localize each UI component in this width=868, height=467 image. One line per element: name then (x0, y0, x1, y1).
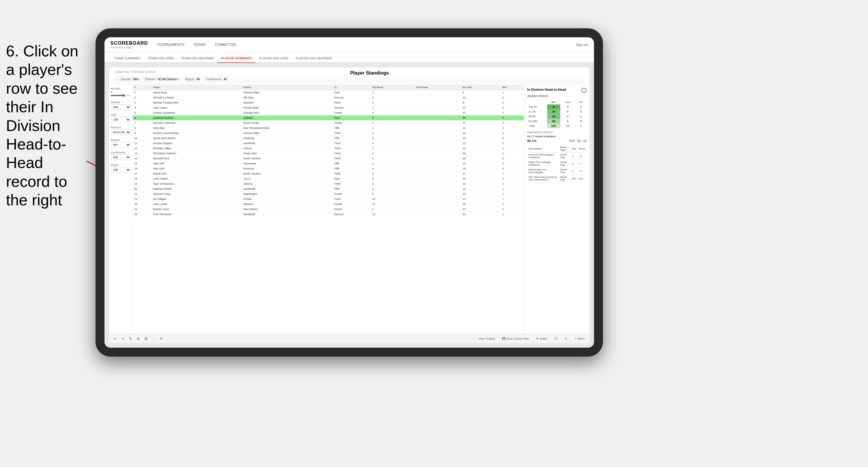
cell-reg-rank: 10 (371, 197, 414, 202)
col-conf-rank: Conf Rank (414, 85, 461, 90)
conference-select[interactable]: (All) (111, 155, 131, 160)
table-row[interactable]: 23 Jack Lundin Missouri Fourth 11 24 1 (133, 202, 524, 207)
paste-button[interactable]: ⊞ (143, 336, 149, 342)
logo-subtitle: Powered by clippi (111, 46, 148, 49)
table-row[interactable]: 21 Taehoon Song Washington Fourth 6 23 1 (133, 192, 524, 197)
tournament-table: Tournament Event Type Pos Score Amer Am … (527, 145, 587, 182)
table-row[interactable]: 14 Maxwell Ford North Carolina Third 3 2… (133, 156, 524, 161)
nav-tournaments[interactable]: TOURNAMENTS (157, 41, 184, 48)
year-select[interactable]: (All) (111, 117, 131, 122)
division-select[interactable]: NCAA Division I (111, 129, 131, 135)
opponents-label: Opponents in division: (527, 131, 554, 134)
table-row[interactable]: 4 Luke Claton Florida State Second 1 27 … (133, 105, 524, 111)
cell-no-rds: 26 (461, 116, 501, 121)
t-col-pos: Pos (571, 145, 578, 153)
table-row[interactable]: 15 Jake Hall Tennessee Fifth 1 24 2 (133, 161, 524, 166)
cell-rank: 11 (133, 141, 152, 146)
region-select[interactable]: N/A (111, 142, 131, 147)
table-row[interactable]: 7 Nicholas Gabrelcik North Florida Fourt… (133, 121, 524, 126)
table-row[interactable]: 20 Matthew Riedel Vanderbilt Fifth 4 24 … (133, 187, 524, 192)
cell-yr: Fourth (333, 121, 371, 126)
h2h-loss: 3 (560, 104, 575, 109)
table-row[interactable]: 11 Gordon Sargent Vanderbilt Third 4 21 … (133, 141, 524, 146)
sign-out-button[interactable]: Sign out (576, 43, 588, 46)
tab-team-h2h-grid[interactable]: TEAM H2H GRID (145, 54, 177, 63)
copy-button[interactable]: ⧉ (135, 336, 141, 342)
table-row[interactable]: 18 Luke Powell UCLA First 3 24 1 (133, 176, 524, 181)
cell-rank: 21 (133, 192, 152, 197)
cell-yr: Fourth (333, 207, 371, 212)
logo-area: SCOREBOARD Powered by clippi (111, 40, 148, 49)
tab-team-summary[interactable]: TEAM SUMMARY (111, 54, 145, 63)
view-original-button[interactable]: View: Original (477, 336, 497, 341)
cell-conf-rank (414, 126, 461, 131)
table-row[interactable]: 2 Michael La Sasso Ole Miss Second 1 10 … (133, 95, 524, 100)
cell-conf-rank (414, 95, 461, 100)
table-row[interactable]: 17 David Ford North Carolina Third 2 21 … (133, 171, 524, 176)
table-row[interactable]: 25 Cole Sherwood Vanderbilt Second 12 23… (133, 212, 524, 217)
tab-team-h2h-heatmap[interactable]: TEAM H2H HEATMAP (177, 54, 218, 63)
table-row[interactable]: 3 Michael Thorbjornsen Stanford Third 2 … (133, 100, 524, 105)
cell-no-rds: 24 (461, 131, 501, 136)
table-row[interactable]: 19 Tiger Christensen Arizona Third 8 23 … (133, 181, 524, 187)
division-filter-display: Division: NCAA Division I (145, 77, 179, 81)
share-button[interactable]: ↗ Share (572, 336, 587, 341)
h2h-close-button[interactable]: × (581, 88, 587, 93)
table-row[interactable]: 13 Phichaksn Maichon Texas A&M Third 6 3… (133, 151, 524, 156)
cell-no-rds: 23 (461, 181, 501, 187)
table-row[interactable]: 1 Wenyi Ding Arizona State First 1 8 1 (133, 90, 524, 95)
gender-select[interactable]: Men (111, 104, 131, 110)
nav-committee[interactable]: COMMITTEE (215, 41, 236, 48)
cell-player: Tiger Christensen (152, 181, 242, 187)
refresh-button[interactable]: ⟳ (158, 336, 164, 342)
table-row[interactable]: 22 Ian Gilligan Florida Third 10 24 1 (133, 197, 524, 202)
reset-button[interactable]: ↻ (127, 336, 133, 342)
cell-win: 0 (501, 136, 524, 141)
table-row[interactable]: 16 Alex Goff Kentucky Fifth 8 19 0 (133, 166, 524, 171)
more-options[interactable]: ··· (151, 336, 157, 342)
table-row[interactable]: 12 Brendan Valles Auburn Third 1 24 1 (133, 146, 524, 151)
conference-filter-display: Conference: All (206, 77, 227, 81)
cell-school: North Florida (242, 121, 333, 126)
cell-no-rds: 8 (461, 100, 501, 105)
table-row[interactable]: 5 Christo Lamprecht Georgia Tech Fourth … (133, 111, 524, 116)
t-score: -17 (578, 153, 587, 160)
table-row[interactable]: 24 Bastien Amat New Mexico Fourth 1 27 2 (133, 207, 524, 212)
tab-player-summary[interactable]: PLAYER SUMMARY (218, 54, 255, 63)
table-row[interactable]: 9 Preston Summerhays Arizona State Third… (133, 131, 524, 136)
col-rank: # (133, 85, 152, 90)
cell-win: 1 (501, 187, 524, 192)
tournament-row: Amer Am Intercollegiate Invitational Str… (527, 153, 587, 160)
player-select[interactable]: (All) (111, 167, 131, 173)
cell-yr: Third (333, 146, 371, 151)
cell-player: Michael Thorbjornsen (152, 100, 242, 105)
nav-teams[interactable]: TEAMS (193, 41, 206, 48)
cell-no-rds: 27 (461, 121, 501, 126)
cell-rank: 24 (133, 207, 152, 212)
cell-rank: 10 (133, 136, 152, 141)
table-row[interactable]: 6 Jackson Koivun Auburn First 1 26 1 (133, 116, 524, 121)
focus-mode-button[interactable]: ⊡ (563, 336, 569, 341)
filters-row: Gender: Men Division: NCAA Division I Re… (115, 76, 584, 83)
watch-button[interactable]: 👁 Watch (534, 336, 549, 341)
tab-player-h2h-grid[interactable]: PLAYER H2H GRID (255, 54, 292, 63)
table-row[interactable]: 10 Jacob Mou-Olesen Arkansas Fifth 4 23 … (133, 136, 524, 141)
table-row[interactable]: 8 Mats Ege East Tennessee State Fifth 1 … (133, 126, 524, 131)
t-pos: 2 (571, 167, 578, 175)
redo-button[interactable]: ↪ (120, 336, 126, 342)
h2h-row: 11-25 20 9 5 (527, 109, 587, 114)
cell-win: 1 (501, 176, 524, 181)
undo-button[interactable]: ↩ (112, 336, 118, 342)
no-rds-slider[interactable] (111, 94, 131, 97)
cell-conf-rank (414, 187, 461, 192)
cell-school: Tennessee (242, 161, 333, 166)
cell-win: 1 (501, 90, 524, 95)
t-col-type: Event Type (559, 145, 571, 153)
cell-rank: 4 (133, 105, 152, 111)
cell-player: Matthew Riedel (152, 187, 242, 192)
tab-player-h2h-heatmap[interactable]: PLAYER H2H HEATMAP (292, 54, 336, 63)
tournament-row: SEC Match Play Hosted by Jerry Pate Roun… (527, 175, 587, 182)
annotations-button[interactable]: 💬 (553, 336, 559, 341)
save-custom-button[interactable]: 💾 Save Custom View (500, 336, 531, 341)
cell-conf-rank (414, 90, 461, 95)
